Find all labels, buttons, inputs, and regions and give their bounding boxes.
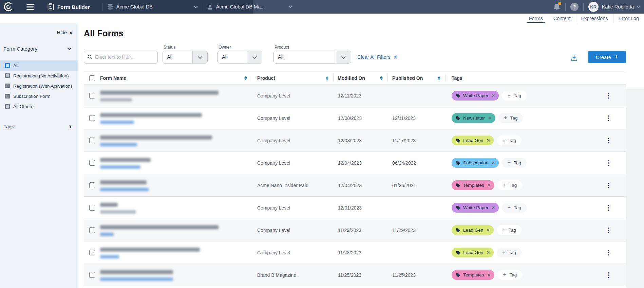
add-tag-button[interactable]: + Tag (497, 180, 522, 190)
product-cell: Brand B Magazine (252, 272, 333, 278)
kebab-menu-icon[interactable]: ⋮ (603, 272, 614, 278)
form-name-redacted[interactable] (100, 270, 173, 274)
sort-icon[interactable] (244, 76, 247, 80)
hamburger-menu-icon[interactable] (26, 4, 34, 10)
tag-pill: White Paper ✕ (452, 91, 499, 101)
kebab-menu-icon[interactable]: ⋮ (603, 204, 614, 211)
database-selector-dropdown[interactable]: Acme Global DB (107, 4, 197, 10)
nav-tab[interactable]: Content (548, 14, 576, 23)
status-filter-select[interactable]: All (163, 51, 208, 64)
row-checkbox[interactable] (89, 182, 95, 188)
remove-tag-icon[interactable]: ✕ (486, 138, 490, 143)
remove-tag-icon[interactable]: ✕ (487, 183, 491, 188)
clear-all-filters-button[interactable]: Clear All Filters ✕ (357, 51, 397, 64)
row-checkbox[interactable] (89, 205, 95, 211)
form-name-redacted[interactable] (100, 136, 212, 140)
remove-tag-icon[interactable]: ✕ (487, 272, 491, 277)
form-link-redacted[interactable] (100, 210, 136, 214)
form-name-redacted[interactable] (100, 248, 200, 252)
download-button[interactable] (570, 54, 578, 61)
kebab-menu-icon[interactable]: ⋮ (603, 160, 614, 166)
row-checkbox[interactable] (89, 160, 95, 166)
sort-icon[interactable] (380, 76, 383, 80)
kebab-menu-icon[interactable]: ⋮ (603, 137, 614, 144)
tags-cell: Lead Gen ✕ + Tag (445, 248, 591, 257)
tags-section-header[interactable]: Tags › (0, 124, 78, 130)
product-cell: Company Level (252, 250, 333, 255)
database-icon (107, 4, 113, 10)
form-category-header[interactable]: Form Category (0, 46, 78, 52)
form-name-redacted[interactable] (100, 158, 151, 162)
table-row: Company Level 12/11/2023 White Paper ✕ (84, 84, 626, 107)
add-tag-button[interactable]: + Tag (497, 225, 522, 235)
form-link-redacted[interactable] (100, 255, 119, 258)
tags-cell: Lead Gen ✕ + Tag (445, 136, 591, 145)
select-all-checkbox[interactable] (89, 75, 95, 81)
form-link-redacted[interactable] (100, 121, 134, 124)
chevron-down-icon (341, 54, 346, 59)
app-logo-icon[interactable] (3, 2, 14, 12)
add-tag-button[interactable]: + Tag (502, 158, 527, 168)
form-name-redacted[interactable] (100, 113, 202, 117)
kebab-menu-icon[interactable]: ⋮ (603, 115, 614, 121)
row-checkbox[interactable] (89, 138, 95, 143)
remove-tag-icon[interactable]: ✕ (491, 160, 495, 165)
row-checkbox[interactable] (89, 272, 95, 278)
product-filter-select[interactable]: All (273, 51, 351, 64)
kebab-menu-icon[interactable]: ⋮ (603, 227, 614, 233)
sidebar-category-item[interactable]: All (0, 60, 78, 71)
row-checkbox[interactable] (89, 250, 95, 255)
nav-tab[interactable]: Error Log (613, 14, 644, 23)
remove-tag-icon[interactable]: ✕ (491, 93, 495, 98)
hide-sidebar-button[interactable]: Hide « (0, 29, 78, 36)
row-checkbox[interactable] (89, 115, 95, 121)
kebab-menu-icon[interactable]: ⋮ (603, 249, 614, 256)
form-link-redacted[interactable] (100, 98, 132, 102)
form-link-redacted[interactable] (100, 188, 149, 191)
row-checkbox[interactable] (89, 227, 95, 233)
sidebar-category-item[interactable]: All Others (0, 101, 78, 111)
create-button[interactable]: Create + (588, 51, 626, 63)
sort-icon[interactable] (438, 76, 440, 80)
add-tag-button[interactable]: + Tag (497, 270, 522, 280)
user-avatar[interactable]: KR (588, 2, 599, 12)
form-name-redacted[interactable] (100, 225, 219, 229)
form-name-redacted[interactable] (100, 180, 147, 184)
remove-tag-icon[interactable]: ✕ (488, 115, 492, 121)
form-link-redacted[interactable] (100, 277, 173, 281)
notifications-bell-icon[interactable] (553, 3, 561, 11)
column-header-modified-on[interactable]: Modified On (333, 72, 387, 84)
kebab-menu-icon[interactable]: ⋮ (603, 182, 614, 188)
column-header-published-on[interactable]: Published On (387, 72, 445, 84)
add-tag-button[interactable]: + Tag (497, 248, 522, 257)
kebab-menu-icon[interactable]: ⋮ (603, 92, 614, 99)
sidebar-category-item[interactable]: Subscription Form (0, 91, 78, 101)
nav-tab[interactable]: Expressions (576, 14, 613, 23)
remove-tag-icon[interactable]: ✕ (486, 228, 490, 233)
add-tag-button[interactable]: + Tag (498, 113, 523, 123)
sidebar-category-item[interactable]: Registration (With Activation) (0, 81, 78, 91)
search-input[interactable] (95, 54, 154, 60)
chevron-down-icon[interactable] (637, 4, 640, 8)
add-tag-button[interactable]: + Tag (502, 203, 527, 213)
column-header-form-name[interactable]: Form Name (100, 72, 252, 84)
tag-label: Templates (463, 272, 484, 277)
owner-filter-select[interactable]: All (217, 51, 262, 64)
remove-tag-icon[interactable]: ✕ (491, 205, 495, 210)
column-header-product[interactable]: Product (252, 72, 333, 84)
remove-tag-icon[interactable]: ✕ (486, 250, 490, 255)
form-link-redacted[interactable] (100, 143, 137, 146)
add-tag-button[interactable]: + Tag (497, 136, 522, 145)
nav-tab[interactable]: Forms (524, 14, 548, 23)
context-selector-dropdown[interactable]: Acme Global DB Ma... (207, 4, 292, 10)
form-name-redacted[interactable] (100, 203, 118, 207)
add-tag-button[interactable]: + Tag (502, 91, 527, 101)
help-icon[interactable]: ? (570, 3, 579, 11)
row-checkbox[interactable] (89, 93, 95, 98)
form-name-redacted[interactable] (100, 91, 219, 95)
form-link-redacted[interactable] (100, 165, 140, 169)
form-link-redacted[interactable] (100, 233, 114, 236)
sidebar-category-item[interactable]: Registration (No Activation) (0, 71, 78, 81)
add-tag-label: Tag (510, 115, 518, 121)
sort-icon[interactable] (326, 76, 328, 80)
